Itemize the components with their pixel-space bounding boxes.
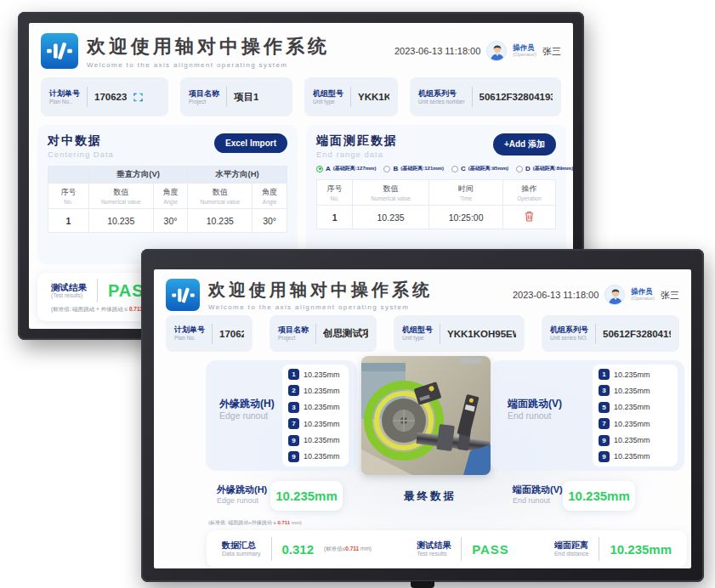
col-operation: 操作Operation xyxy=(503,180,556,206)
list-item: 910.235mm xyxy=(599,435,672,446)
field-project-label: 项目名称Project xyxy=(278,325,309,342)
end-distance-value: 10.235mm xyxy=(610,542,672,557)
divider xyxy=(315,324,316,344)
radio-a-dot[interactable] xyxy=(316,166,323,172)
end-runout-list: 110.235mm 310.235mm 510.235mm 710.235mm … xyxy=(593,365,678,466)
col-angle-v: 角度Angle xyxy=(153,184,188,209)
centering-data-panel: 对中数据 Centering Data Excel Import 垂直方向(V)… xyxy=(37,125,298,264)
operator-avatar[interactable] xyxy=(604,285,625,305)
monitor-front: 欢迎使用轴对中操作系统 Welcome to the axis alignmen… xyxy=(141,249,704,582)
col-no: 序号No. xyxy=(317,180,353,206)
test-result-label: 测试结果Test results xyxy=(417,540,451,557)
edge-runout-final-label: 外缘跳动(H)Edge runout xyxy=(217,484,267,506)
list-item: 110.235mm xyxy=(288,369,343,380)
end-runout-label: 端面跳动(V)End runout xyxy=(508,398,562,421)
list-item: 310.235mm xyxy=(599,385,672,396)
divider xyxy=(461,537,462,561)
col-time: 时间Time xyxy=(429,180,503,206)
axis-logo-icon xyxy=(41,33,78,69)
trash-icon[interactable] xyxy=(525,211,534,222)
divider xyxy=(271,537,272,561)
data-summary-note: (标准值≤0.711 mm) xyxy=(324,546,372,553)
end-range-panel: 端面测距数据 End range data +Add 添加 A(基础距离:127… xyxy=(306,125,566,264)
row-time: 10:25:00 xyxy=(429,206,503,229)
row-value: 10.235 xyxy=(353,206,429,229)
page-title: 欢迎使用轴对中操作系统 xyxy=(208,279,433,302)
edge-runout-card: 外缘跳动(H)Edge runout 110.235mm 210.235mm 3… xyxy=(206,360,357,471)
end-runout-final-label: 端面跳动(V)End runout xyxy=(513,484,563,506)
divider xyxy=(97,279,98,302)
radio-a[interactable]: A(基础距离:127mm) xyxy=(316,165,376,172)
row-angle-v: 30° xyxy=(153,209,188,233)
edge-runout-list: 110.235mm 210.235mm 310.235mm 710.235mm … xyxy=(282,365,349,466)
table-row: 1 10.235 30° 10.235 30° xyxy=(48,209,287,233)
field-unit-type-label: 机组型号Unit type xyxy=(313,89,343,105)
page-title: 欢迎使用轴对中操作系统 xyxy=(87,34,330,59)
table-row: 1 10.235 10:25:00 xyxy=(317,206,556,229)
field-unit-series-label: 机组系列号Unit series number xyxy=(418,89,465,105)
radio-c[interactable]: C(基础距离:95mm) xyxy=(451,165,508,172)
radio-d-dot[interactable] xyxy=(516,166,523,172)
divider xyxy=(350,87,351,107)
info-fields: 计划单号Plan No.. 170623 项目名称Project 项目1 机组型… xyxy=(41,77,561,116)
field-project-value: 项目1 xyxy=(234,91,258,104)
edge-runout-label: 外缘跳动(H)Edge runout xyxy=(219,398,275,421)
radio-b[interactable]: B(基础距离:121mm) xyxy=(383,165,443,172)
field-unit-series[interactable]: 机组系列号Unit series NO. 50612F32804193 xyxy=(542,315,679,352)
list-item: 210.235mm xyxy=(288,385,343,396)
stage: 欢迎使用轴对中操作系统 Welcome to the axis alignmen… xyxy=(0,0,715,588)
field-project[interactable]: 项目名称Project 项目1 xyxy=(180,77,292,116)
add-button[interactable]: +Add 添加 xyxy=(493,133,556,155)
list-item: 310.235mm xyxy=(288,402,343,413)
list-item: 910.235mm xyxy=(599,451,672,462)
field-unit-type[interactable]: 机组型号Unit type YKK1KOH95EWH/R022BERL xyxy=(394,315,525,352)
col-value-h: 数值Numerical value xyxy=(188,184,253,209)
scan-corners-icon[interactable] xyxy=(133,93,143,102)
field-unit-type-value: YKK1KOH95EWH/R022BERL xyxy=(358,92,389,102)
divider xyxy=(440,324,440,344)
field-project[interactable]: 项目名称Project 创思测试项目 xyxy=(270,315,377,352)
list-item: 710.235mm xyxy=(599,418,672,429)
field-unit-type[interactable]: 机组型号Unit type YKK1KOH95EWH/R022BERL xyxy=(304,77,398,116)
row-value-v: 10.235 xyxy=(88,209,153,233)
radio-b-dot[interactable] xyxy=(383,166,390,172)
field-unit-series[interactable]: 机组系列号Unit series number 50612F32804193 xyxy=(410,77,561,116)
screen-front: 欢迎使用轴对中操作系统 Welcome to the axis alignmen… xyxy=(154,269,691,568)
page-subtitle: Welcome to the axis alignment operating … xyxy=(208,303,433,311)
datetime: 2023-06-13 11:18:00 xyxy=(513,290,599,300)
test-result-label: 测试结果(Test results) xyxy=(51,282,87,299)
datetime: 2023-06-13 11:18:00 xyxy=(394,46,480,56)
divider xyxy=(212,324,213,344)
data-summary-value: 0.312 xyxy=(282,542,315,557)
row-angle-h: 30° xyxy=(253,209,287,233)
operator-avatar[interactable] xyxy=(486,41,507,61)
data-summary-label: 数据汇总Data summary xyxy=(222,540,261,557)
final-data-row: 外缘跳动(H)Edge runout 10.235mm 最终数据 端面跳动(V)… xyxy=(154,479,691,518)
list-item: 710.235mm xyxy=(288,418,343,429)
col-value: 数值Numerical value xyxy=(353,180,429,206)
field-project-value: 创思测试项目 xyxy=(323,327,368,340)
end-runout-card: 端面跳动(V)End runout 110.235mm 310.235mm 51… xyxy=(491,360,684,471)
excel-import-button[interactable]: Excel Import xyxy=(214,133,287,153)
page-subtitle: Welcome to the axis alignment operating … xyxy=(87,61,330,69)
col-angle-h: 角度Angle xyxy=(253,184,287,209)
operator-name: 张三 xyxy=(542,45,561,58)
row-operation xyxy=(503,206,556,229)
operator-name: 张三 xyxy=(661,289,679,302)
summary-bar: 数据汇总Data summary 0.312 (标准值≤0.711 mm) 测试… xyxy=(207,530,687,568)
field-unit-series-value: 50612F32804193 xyxy=(603,329,671,339)
radio-d[interactable]: D(基础距离:89mm) xyxy=(516,165,573,172)
row-no: 1 xyxy=(48,209,89,233)
field-plan-no-value: 170623 xyxy=(219,329,244,339)
operator-label: 操作员(Operator) xyxy=(631,288,655,302)
centering-subtitle: Centering Data xyxy=(48,150,114,159)
centering-table: 垂直方向(V) 水平方向(H) 序号No. 数值Numerical value … xyxy=(48,166,287,233)
field-unit-series-value: 50612F32804193 xyxy=(480,92,553,102)
machine-3d-image xyxy=(361,356,491,475)
test-result-value: PASS xyxy=(472,542,509,557)
field-plan-no[interactable]: 计划单号Plan No. 170623 xyxy=(166,315,253,352)
field-plan-no[interactable]: 计划单号Plan No.. 170623 xyxy=(41,77,168,116)
edge-runout-final-value: 10.235mm xyxy=(270,481,343,511)
divider xyxy=(472,87,473,107)
radio-c-dot[interactable] xyxy=(451,166,458,172)
